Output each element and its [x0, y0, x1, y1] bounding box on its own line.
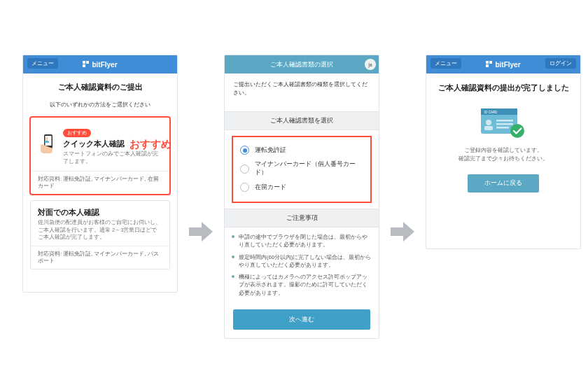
option-title: 対面での本人確認: [38, 208, 162, 218]
flow-arrow-icon: [189, 222, 213, 241]
radio-residence-card[interactable]: 在留カード: [240, 180, 363, 195]
svg-rect-9: [486, 64, 489, 67]
flow-arrow-icon: [391, 222, 414, 241]
app-header: メニュー bitFlyer: [23, 55, 177, 74]
svg-rect-7: [486, 61, 489, 64]
note-item: 機種によってはカメラへのアクセス許可ポップアップが表示されます。撮影のために許可…: [232, 273, 372, 297]
svg-point-6: [46, 137, 48, 140]
panel-select-doc: ご本人確認書類の選択 ja ご提出いただくご本人確認書類の種類を選択してください…: [224, 55, 379, 339]
notes-list: 申請の途中でブラウザを閉じた場合は、最初からやり直していただく必要があります。 …: [225, 227, 379, 304]
bullet-icon: [232, 255, 234, 258]
app-header: ご本人確認書類の選択 ja: [225, 55, 379, 74]
supported-docs: 対応資料: 運転免許証, マイナンバーカード, パスポート: [31, 246, 169, 269]
svg-point-18: [510, 124, 524, 138]
lead-text: ご提出いただくご本人確認書類の種類を選択してください。: [233, 80, 370, 97]
panel-complete: メニュー bitFlyer ログイン ご本人確認資料の提出が完了しました ID …: [426, 55, 581, 249]
panel-submit-docs: メニュー bitFlyer ご本人確認資料のご提出 以下のいずれかの方法をご選択…: [22, 55, 178, 293]
bullet-icon: [232, 275, 234, 278]
menu-button[interactable]: メニュー: [27, 58, 58, 69]
option-desc: 佐川急便の配達員がお客様のご自宅にお伺いし、ご本人確認を行います。通常 2～3営…: [38, 219, 162, 241]
radio-driver-license[interactable]: 運転免許証: [240, 143, 363, 158]
svg-rect-16: [496, 123, 513, 125]
complete-title: ご本人確認資料の提出が完了しました: [435, 83, 572, 93]
smartphone-hand-icon: [38, 133, 57, 157]
home-button[interactable]: ホームに戻る: [468, 174, 539, 192]
recommended-badge: おすすめ: [63, 129, 91, 137]
doc-type-radio-group: 運転免許証 マイナンバーカード（個人番号カード） 在留カード: [233, 137, 370, 202]
svg-rect-15: [496, 120, 513, 122]
brand-logo: bitFlyer: [486, 61, 520, 69]
option-desc: スマートフォンのみでご本人確認が完了します。: [63, 150, 162, 165]
app-header: メニュー bitFlyer ログイン: [426, 55, 580, 74]
svg-point-13: [486, 120, 491, 125]
complete-message: ご登録内容を確認しています。 確認完了まで少々お待ちください。: [435, 146, 572, 163]
radio-mynumber-card[interactable]: マイナンバーカード（個人番号カード）: [240, 158, 363, 180]
bullet-icon: [232, 235, 234, 238]
svg-rect-8: [489, 61, 492, 64]
page-subtitle: 以下のいずれかの方法をご選択ください: [30, 101, 170, 108]
svg-rect-17: [496, 127, 509, 129]
page-title: ご本人確認資料のご提出: [30, 82, 170, 92]
radio-icon: [240, 183, 249, 192]
note-item: 規定時間内(60分以内)に完了しない場合は、最初からやり直していただく必要があり…: [232, 253, 372, 270]
id-card-icon: ID CARD: [478, 104, 528, 141]
section-notes: ご注意事項: [225, 209, 379, 227]
radio-icon: [240, 146, 249, 155]
radio-icon: [240, 164, 249, 174]
language-badge[interactable]: ja: [365, 59, 376, 70]
svg-rect-14: [484, 126, 493, 130]
section-select-doc: ご本人確認書類を選択: [225, 111, 379, 130]
next-button[interactable]: 次へ進む: [233, 309, 370, 330]
menu-button[interactable]: メニュー: [430, 58, 461, 69]
brand-logo: bitFlyer: [83, 61, 117, 69]
svg-rect-1: [86, 61, 89, 64]
option-quick-kyc[interactable]: おすすめ クイック本人確認 スマートフォンのみでご本人確認が完了します。 対応資…: [30, 117, 170, 195]
option-title: クイック本人確認: [63, 139, 162, 149]
login-button[interactable]: ログイン: [545, 58, 576, 69]
header-title: ご本人確認書類の選択: [270, 60, 333, 69]
option-inperson-kyc[interactable]: 対面での本人確認 佐川急便の配達員がお客様のご自宅にお伺いし、ご本人確認を行いま…: [30, 200, 170, 270]
svg-rect-0: [83, 61, 85, 64]
svg-rect-2: [83, 64, 85, 67]
supported-docs: 対応資料: 運転免許証, マイナンバーカード, 在留カード: [31, 171, 169, 194]
svg-text:ID CARD: ID CARD: [484, 111, 498, 114]
note-item: 申請の途中でブラウザを閉じた場合は、最初からやり直していただく必要があります。: [232, 233, 372, 249]
